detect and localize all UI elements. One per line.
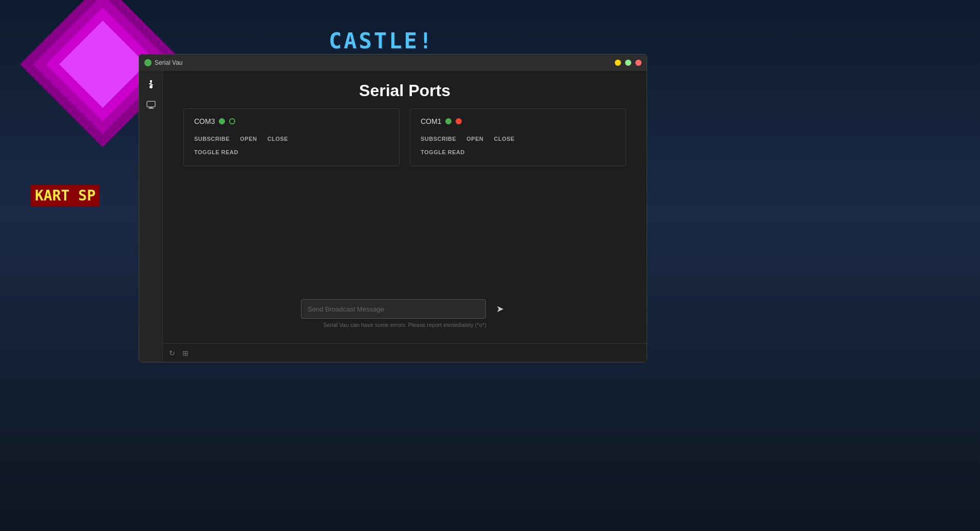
app-window: Serial Vau − □ × bbox=[139, 54, 647, 362]
port-name-com3: COM3 bbox=[194, 117, 215, 125]
com1-status-green bbox=[445, 118, 451, 124]
svg-rect-7 bbox=[148, 108, 154, 109]
port-name-com1: COM1 bbox=[421, 117, 441, 125]
com1-close-button[interactable]: CLOSE bbox=[494, 136, 514, 142]
svg-rect-4 bbox=[152, 84, 153, 85]
minimize-button[interactable]: − bbox=[615, 60, 621, 66]
port-card-com1: COM1 SUBSCRIBE OPEN CLOSE TOGGLE READ bbox=[410, 108, 626, 166]
svg-point-2 bbox=[149, 85, 153, 88]
com1-toggle-read-button[interactable]: TOGGLE READ bbox=[421, 149, 465, 155]
title-bar: Serial Vau − □ × bbox=[139, 54, 647, 71]
port-card-com3: COM3 SUBSCRIBE OPEN CLOSE TOGGLE READ bbox=[183, 108, 400, 166]
com3-subscribe-button[interactable]: SUBSCRIBE bbox=[194, 136, 230, 142]
svg-rect-0 bbox=[150, 80, 152, 82]
window-title: Serial Vau bbox=[155, 59, 182, 66]
app-icon bbox=[144, 59, 152, 66]
com1-status-red bbox=[456, 118, 462, 124]
broadcast-input[interactable] bbox=[301, 299, 486, 319]
com3-close-button[interactable]: CLOSE bbox=[267, 136, 288, 142]
kart-text: KART SP bbox=[31, 185, 100, 206]
grid-icon[interactable]: ⊞ bbox=[182, 349, 189, 357]
castle-text: CASTLE! bbox=[329, 28, 434, 53]
broadcast-hint: Serial Vau can have some errors. Please … bbox=[323, 322, 486, 328]
svg-rect-5 bbox=[147, 101, 155, 107]
com3-toggle-read-button[interactable]: TOGGLE READ bbox=[194, 149, 238, 155]
com3-status-outline bbox=[229, 118, 235, 124]
sidebar-item-monitor[interactable] bbox=[144, 98, 158, 112]
maximize-button[interactable]: □ bbox=[625, 60, 631, 66]
com1-subscribe-button[interactable]: SUBSCRIBE bbox=[421, 136, 456, 142]
broadcast-area: ➤ Serial Vau can have some errors. Pleas… bbox=[163, 166, 647, 343]
com3-status-filled bbox=[219, 118, 225, 124]
close-button[interactable]: × bbox=[635, 60, 642, 66]
ports-area: COM3 SUBSCRIBE OPEN CLOSE TOGGLE READ bbox=[163, 108, 647, 166]
svg-rect-3 bbox=[149, 83, 150, 84]
sidebar-item-usb[interactable] bbox=[144, 77, 158, 91]
main-content: Serial Ports COM3 SUBSCRIBE OPEN C bbox=[163, 71, 647, 362]
bottom-bar: ↻ ⊞ bbox=[163, 343, 647, 362]
refresh-icon[interactable]: ↻ bbox=[169, 349, 175, 357]
sidebar bbox=[139, 71, 163, 362]
send-broadcast-button[interactable]: ➤ bbox=[491, 300, 508, 318]
com3-open-button[interactable]: OPEN bbox=[240, 136, 257, 142]
com1-open-button[interactable]: OPEN bbox=[466, 136, 483, 142]
page-title: Serial Ports bbox=[163, 81, 647, 100]
